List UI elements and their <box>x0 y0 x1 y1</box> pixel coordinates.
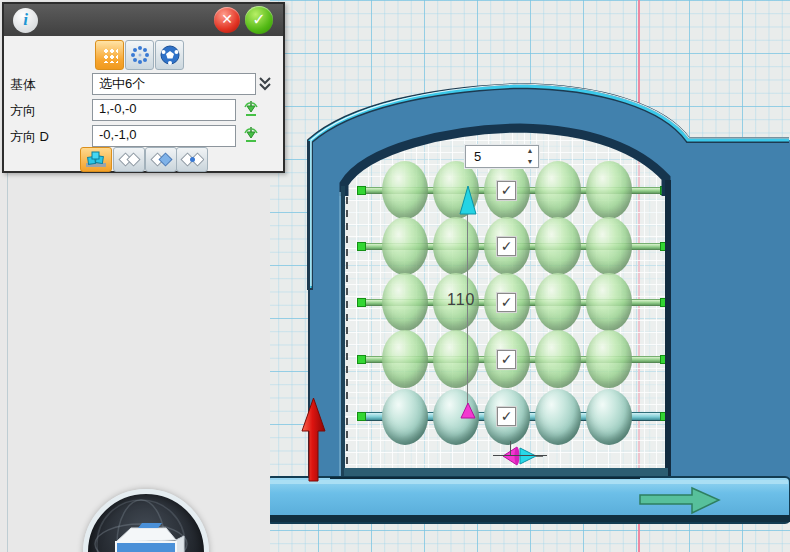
base-input[interactable]: 选中6个 <box>92 73 256 95</box>
diamond-filled-icon <box>149 152 173 168</box>
diamonds-dot-icon <box>180 152 204 168</box>
row-toggle-checkbox[interactable]: ✓ <box>497 350 516 369</box>
tab-diamond-first[interactable] <box>113 147 145 172</box>
count-spinner[interactable]: 5 ▲ ▼ <box>465 145 539 168</box>
count-spinner-value[interactable]: 5 <box>466 146 522 167</box>
row-toggle-checkbox[interactable]: ✓ <box>497 181 516 200</box>
confirm-button[interactable]: ✓ <box>245 6 273 34</box>
application-canvas: 110 <box>0 0 790 552</box>
grid-dots-icon <box>102 47 118 63</box>
pick-direction-icon[interactable] <box>242 125 260 145</box>
view-cube <box>116 523 184 552</box>
left-ruler-line <box>7 172 8 552</box>
tab-diamond-second[interactable] <box>145 147 177 172</box>
direction-d-input[interactable]: -0,-1,0 <box>92 125 236 147</box>
field-label-direction-d: 方向 D <box>10 126 49 147</box>
double-chevron-down-icon[interactable] <box>256 75 274 93</box>
row-toggle-checkbox[interactable]: ✓ <box>497 407 516 426</box>
boxes-icon <box>84 151 108 169</box>
spinner-up-icon[interactable]: ▲ <box>522 146 538 157</box>
manipulator-stub-line <box>510 441 511 456</box>
tab-diamond-spacing[interactable] <box>176 147 208 172</box>
row-toggle-checkbox[interactable]: ✓ <box>497 293 516 312</box>
tab-linear-pattern[interactable] <box>95 40 124 70</box>
pick-direction-icon[interactable] <box>242 99 260 119</box>
field-label-base: 基体 <box>10 74 36 95</box>
pattern-dialog: i ✕ ✓ 基体 选中6个 方向 1,- <box>2 2 285 173</box>
tab-pattern-geometry[interactable] <box>80 147 112 172</box>
direction-input[interactable]: 1,-0,-0 <box>92 99 236 121</box>
circular-dots-icon <box>130 45 150 65</box>
field-label-direction: 方向 <box>10 100 36 121</box>
tab-circular-pattern[interactable] <box>125 40 154 70</box>
row-toggle-checkbox[interactable]: ✓ <box>497 237 516 256</box>
spacing-manipulator <box>503 447 543 465</box>
dialog-titlebar[interactable]: i ✕ ✓ <box>4 4 283 36</box>
two-diamonds-icon <box>117 152 141 168</box>
manipulator-axis-line <box>493 455 547 456</box>
soccer-ball-icon <box>160 45 180 65</box>
spinner-down-icon[interactable]: ▼ <box>522 157 538 168</box>
cancel-button[interactable]: ✕ <box>214 7 240 33</box>
tab-sphere-pattern[interactable] <box>155 40 184 70</box>
info-icon[interactable]: i <box>13 8 38 33</box>
